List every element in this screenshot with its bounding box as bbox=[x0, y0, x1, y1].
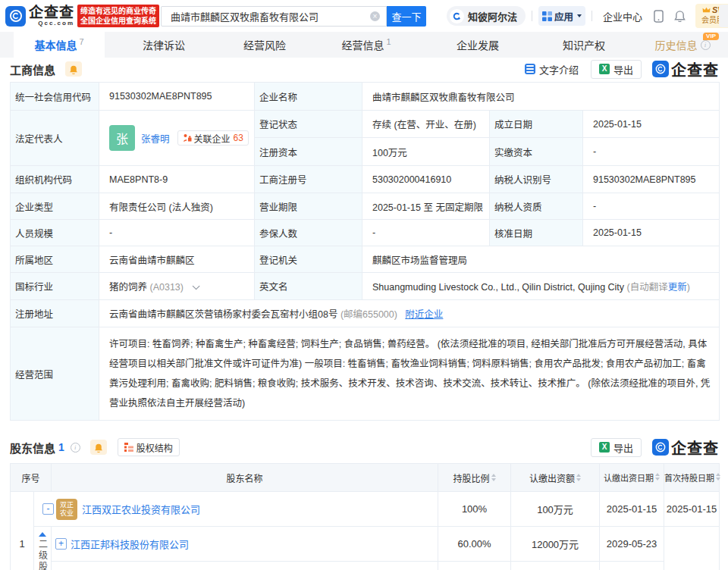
apps-button[interactable]: 应用 bbox=[538, 6, 585, 26]
excel-icon: X bbox=[599, 442, 610, 453]
field-value: 2025-01-15 至 无固定期限 bbox=[362, 193, 490, 220]
qcc-logo-icon[interactable] bbox=[5, 6, 26, 27]
export-button[interactable]: X 导出 bbox=[591, 438, 642, 457]
amount-value: 8000万元 bbox=[511, 562, 600, 570]
search-input[interactable]: 曲靖市麒麟区双牧鼎畜牧有限公司 × bbox=[161, 6, 387, 27]
sort-icon bbox=[716, 473, 720, 481]
field-value: Shuangmuding Livestock Co., Ltd., Qilin … bbox=[362, 273, 720, 300]
monitor-bell-icon[interactable] bbox=[65, 61, 82, 77]
field-value: 麒麟区市场监督管理局 bbox=[362, 246, 720, 273]
field-label: 注册资本 bbox=[255, 138, 362, 166]
field-label: 登记机关 bbox=[255, 246, 362, 273]
text-intro-button[interactable]: 文字介绍 bbox=[525, 62, 579, 77]
avatar: 张 bbox=[109, 125, 135, 151]
field-label: 纳税人资质 bbox=[490, 193, 583, 220]
monitor-bell-icon[interactable] bbox=[90, 440, 107, 455]
logo-text[interactable]: 企查查 bbox=[29, 5, 74, 20]
related-company-badge[interactable]: 关联企业 63 bbox=[177, 130, 249, 146]
shareholder-link[interactable]: 江西正邦科技股份有限公司 bbox=[71, 537, 189, 551]
shareholder-name-cell: + 江西正邦科技股份有限公司 bbox=[52, 527, 438, 562]
nearby-companies-link[interactable]: 附近企业 bbox=[405, 309, 443, 320]
field-label: 纳税人识别号 bbox=[490, 166, 583, 193]
col-header-name[interactable]: 股东名称 bbox=[52, 464, 438, 492]
field-value: 91530302MAE8PNT895 bbox=[583, 166, 720, 193]
tab-legal-litigation[interactable]: 法律诉讼 bbox=[126, 32, 202, 58]
collapse-arrow-icon[interactable] bbox=[39, 532, 46, 537]
sort-icon bbox=[491, 474, 496, 481]
info-icon[interactable]: i bbox=[71, 443, 80, 453]
field-label: 成立日期 bbox=[490, 111, 583, 138]
field-value: 530302000416910 bbox=[362, 166, 490, 193]
field-label: 国标行业 bbox=[11, 273, 99, 300]
logo-subtext: Qcc.com bbox=[29, 20, 74, 27]
table-row: 二级股东 + 江西正邦科技股份有限公司 60.00% 12000万元 2029-… bbox=[11, 527, 720, 562]
field-label: 英文名 bbox=[255, 273, 362, 300]
row-index: 1 bbox=[11, 492, 34, 570]
org-chart-icon bbox=[124, 443, 133, 452]
date-value: 2029-05-23 bbox=[600, 527, 664, 562]
tab-intellectual-property[interactable]: 知识产权 bbox=[546, 32, 622, 58]
shareholder-title: 股东信息 bbox=[10, 440, 55, 456]
mobile-icon[interactable] bbox=[654, 10, 664, 23]
qcc-watermark: 企查查 bbox=[652, 58, 719, 80]
field-value: 有限责任公司 (法人独资) bbox=[99, 193, 255, 220]
biz-info-title: 工商信息 bbox=[10, 61, 55, 77]
field-label: 人员规模 bbox=[11, 220, 99, 246]
clear-search-icon[interactable]: × bbox=[370, 11, 380, 21]
translate-update-link[interactable]: 更新 bbox=[668, 282, 687, 293]
shareholder-link[interactable]: 江西双正农业投资有限公司 bbox=[82, 502, 200, 516]
top-header: 企查查 Qcc.com 缔造有远见的商业传奇 全国企业信用查询系统 曲靖市麒麟区… bbox=[0, 0, 728, 32]
field-value: 猪的饲养 (A0313) bbox=[99, 273, 255, 300]
tab-operation-risk[interactable]: 经营风险 bbox=[227, 32, 303, 58]
shareholder-name-cell: - 双正农业 江西双正农业投资有限公司 bbox=[34, 492, 438, 527]
zhibi-alpha-icon bbox=[450, 9, 464, 23]
field-label: 组织机构代码 bbox=[11, 166, 99, 193]
cutoff-header-item bbox=[719, 5, 728, 27]
tab-company-development[interactable]: 企业发展 bbox=[440, 32, 516, 58]
enterprise-center-link[interactable]: 企业中心 bbox=[603, 9, 642, 23]
field-value: 100万元 bbox=[362, 138, 490, 166]
chevron-down-icon[interactable] bbox=[193, 282, 200, 290]
date-value: 2029-05-23 bbox=[600, 562, 664, 570]
col-header-date[interactable]: 认缴出资日期 bbox=[600, 464, 664, 492]
field-label: 参保人数 bbox=[255, 220, 362, 246]
col-header-first-date[interactable]: 首次持股日期 bbox=[664, 464, 720, 492]
field-label: 核准日期 bbox=[490, 220, 583, 246]
collapse-toggle[interactable]: - bbox=[42, 503, 54, 515]
sort-icon bbox=[576, 474, 581, 481]
field-value: - bbox=[99, 220, 255, 246]
col-header-ratio[interactable]: 持股比例 bbox=[438, 464, 511, 492]
search-button[interactable]: 查一下 bbox=[387, 6, 426, 27]
shareholder-table: 序号 股东名称 持股比例 认缴出资额 认缴出资日期 首次持股日期 1 - 双正农… bbox=[10, 463, 720, 570]
field-value: - bbox=[362, 220, 490, 246]
first-date-value: 2025-01-15 bbox=[664, 492, 720, 527]
date-value: 2025-01-15 bbox=[600, 492, 664, 527]
zhibi-alpha-button[interactable]: 知彼阿尔法 bbox=[447, 6, 526, 26]
notification-bell-icon[interactable] bbox=[674, 10, 686, 22]
field-label: 工商注册号 bbox=[255, 166, 362, 193]
field-label: 实缴资本 bbox=[490, 138, 583, 166]
equity-structure-button[interactable]: 股权结构 bbox=[118, 438, 180, 456]
shareholder-logo: 双正农业 bbox=[56, 499, 77, 520]
field-label: 经营范围 bbox=[11, 327, 99, 421]
expand-toggle[interactable]: + bbox=[55, 538, 67, 550]
tab-basic-info[interactable]: 基本信息7 bbox=[14, 32, 105, 58]
legal-rep-link[interactable]: 张睿明 bbox=[141, 131, 170, 146]
ratio-value: 100% bbox=[438, 492, 511, 527]
export-button[interactable]: X 导出 bbox=[591, 60, 642, 79]
field-label: 营业期限 bbox=[255, 193, 362, 220]
amount-value: 12000万元 bbox=[511, 527, 600, 562]
col-header-amount[interactable]: 认缴出资额 bbox=[511, 464, 600, 492]
field-label: 统一社会信用代码 bbox=[11, 83, 99, 111]
field-value: MAE8PNT8-9 bbox=[99, 166, 255, 193]
apps-grid-icon bbox=[542, 11, 552, 21]
tab-history-info[interactable]: 历史信息 i VIP bbox=[643, 32, 722, 58]
field-label: 注册地址 bbox=[11, 300, 99, 327]
tab-operation-info[interactable]: 经营信息1 bbox=[325, 32, 408, 58]
slogan-banner: 缔造有远见的商业传奇 全国企业信用查询系统 bbox=[77, 5, 159, 27]
field-value: 云南省曲靖市麒麟区 bbox=[99, 246, 255, 273]
chevron-down-icon bbox=[577, 14, 582, 17]
field-value: 存续 (在营、开业、在册) bbox=[362, 111, 490, 138]
col-header-index[interactable]: 序号 bbox=[11, 464, 52, 492]
vip-badge: VIP bbox=[703, 33, 719, 40]
